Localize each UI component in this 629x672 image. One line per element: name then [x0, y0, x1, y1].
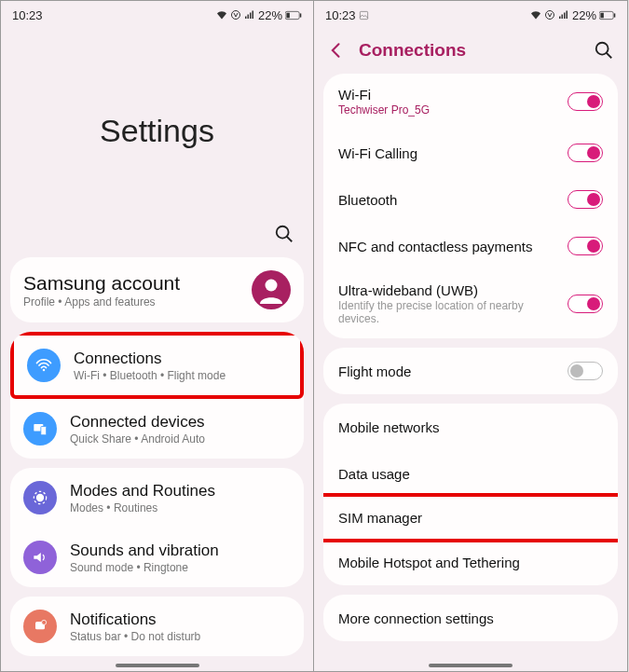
row-title: Connections	[74, 350, 287, 368]
account-text: Samsung account Profile • Apps and featu…	[23, 272, 239, 309]
battery-percent: 22%	[258, 8, 282, 22]
connections-row[interactable]: Connections Wi-Fi • Bluetooth • Flight m…	[10, 332, 304, 399]
uwb-toggle[interactable]	[567, 295, 603, 313]
row-text: More connection settings	[338, 610, 603, 626]
row-title: Notifications	[70, 610, 291, 629]
row-title: Bluetooth	[338, 192, 567, 208]
search-icon[interactable]	[274, 224, 294, 244]
phone-connections: 10:23 22% Connections Wi-Fi Techwiser Pr…	[314, 0, 628, 672]
avatar-icon	[252, 270, 291, 309]
nfc-row[interactable]: NFC and contactless payments	[323, 223, 618, 269]
signal-icon	[558, 9, 569, 21]
row-text: Notifications Status bar • Do not distur…	[70, 610, 291, 643]
bluetooth-toggle[interactable]	[567, 190, 603, 209]
modes-routines-row[interactable]: Modes and Routines Modes • Routines	[10, 468, 304, 528]
status-icons-right: 22%	[216, 8, 302, 22]
mobile-hotspot-row[interactable]: Mobile Hotspot and Tethering	[323, 539, 618, 585]
mobile-networks-row[interactable]: Mobile networks	[323, 404, 618, 450]
row-title: NFC and contactless payments	[338, 239, 567, 254]
nav-pill[interactable]	[116, 664, 199, 667]
row-title: Ultra-wideband (UWB)	[338, 282, 567, 298]
battery-icon	[599, 10, 616, 21]
wifi-calling-toggle[interactable]	[567, 144, 603, 162]
row-title: More connection settings	[338, 610, 603, 626]
svg-point-11	[36, 494, 44, 501]
wifi-toggle[interactable]	[567, 92, 603, 111]
status-left: 10:23	[325, 8, 369, 22]
row-title: Mobile networks	[338, 419, 603, 435]
status-bar: 10:23 22%	[1, 1, 313, 29]
row-text: Connections Wi-Fi • Bluetooth • Flight m…	[74, 350, 287, 382]
more-connection-settings-row[interactable]: More connection settings	[323, 595, 618, 641]
volte-icon	[230, 9, 241, 21]
status-icons-right: 22%	[530, 8, 616, 22]
svg-point-4	[277, 226, 289, 239]
connected-devices-row[interactable]: Connected devices Quick Share • Android …	[10, 399, 304, 459]
data-usage-row[interactable]: Data usage	[323, 450, 618, 497]
status-bar: 10:23 22%	[314, 1, 627, 29]
status-time: 10:23	[325, 8, 356, 22]
row-sub: Techwiser Pro_5G	[338, 103, 567, 117]
row-text: Sounds and vibration Sound mode • Ringto…	[70, 542, 291, 574]
row-title: SIM manager	[338, 510, 603, 526]
connections-header: Connections	[314, 29, 627, 68]
sim-manager-row[interactable]: SIM manager	[323, 493, 618, 542]
uwb-row[interactable]: Ultra-wideband (UWB) Identify the precis…	[323, 269, 618, 338]
modes-group: Modes and Routines Modes • Routines Soun…	[10, 468, 304, 587]
conn-group-2: Flight mode	[323, 348, 618, 394]
wifi-row[interactable]: Wi-Fi Techwiser Pro_5G	[323, 74, 618, 130]
back-icon[interactable]	[327, 41, 346, 60]
account-title: Samsung account	[23, 272, 239, 295]
row-title: Sounds and vibration	[70, 542, 291, 560]
row-text: Mobile Hotspot and Tethering	[338, 555, 603, 570]
modes-icon	[23, 481, 57, 514]
account-card[interactable]: Samsung account Profile • Apps and featu…	[10, 257, 304, 322]
row-title: Flight mode	[338, 363, 567, 379]
svg-rect-2	[286, 12, 289, 18]
samsung-account-row[interactable]: Samsung account Profile • Apps and featu…	[10, 257, 304, 322]
notifications-row[interactable]: Notifications Status bar • Do not distur…	[10, 597, 304, 656]
row-text: Mobile networks	[338, 419, 603, 435]
settings-hero: Settings	[1, 29, 313, 224]
image-icon	[359, 10, 369, 21]
wifi-status-icon	[216, 9, 227, 21]
conn-group-3: Mobile networks Data usage SIM manager M…	[323, 404, 618, 585]
sounds-vibration-row[interactable]: Sounds and vibration Sound mode • Ringto…	[10, 528, 304, 587]
page-title: Settings	[1, 113, 313, 149]
flight-mode-toggle[interactable]	[567, 362, 603, 380]
row-text: Ultra-wideband (UWB) Identify the precis…	[338, 282, 567, 325]
svg-point-7	[266, 280, 278, 292]
row-text: Data usage	[338, 466, 603, 482]
wifi-calling-row[interactable]: Wi-Fi Calling	[323, 130, 618, 176]
bluetooth-row[interactable]: Bluetooth	[323, 176, 618, 223]
row-title: Mobile Hotspot and Tethering	[338, 555, 603, 570]
svg-line-5	[287, 237, 293, 242]
devices-icon	[23, 412, 57, 446]
row-sub: Wi-Fi • Bluetooth • Flight mode	[74, 369, 287, 382]
battery-percent: 22%	[572, 8, 596, 22]
phone-settings: 10:23 22% Settings Samsung account Profi…	[0, 0, 314, 672]
conn-group-1: Wi-Fi Techwiser Pro_5G Wi-Fi Calling Blu…	[323, 74, 618, 338]
battery-icon	[285, 10, 302, 21]
row-title: Wi-Fi	[338, 87, 567, 103]
flight-mode-row[interactable]: Flight mode	[323, 348, 618, 394]
row-text: Connected devices Quick Share • Android …	[70, 413, 291, 446]
row-text: SIM manager	[338, 510, 603, 526]
svg-rect-19	[614, 13, 615, 17]
row-sub: Sound mode • Ringtone	[70, 561, 291, 574]
row-title: Modes and Routines	[70, 482, 291, 501]
row-text: NFC and contactless payments	[338, 239, 567, 254]
svg-point-0	[231, 11, 239, 20]
wifi-status-icon	[530, 9, 541, 21]
search-area	[1, 224, 313, 257]
svg-line-21	[607, 53, 612, 59]
row-title: Wi-Fi Calling	[338, 145, 567, 161]
row-sub: Modes • Routines	[70, 501, 291, 514]
search-icon[interactable]	[594, 40, 614, 61]
nav-pill[interactable]	[429, 664, 513, 667]
nfc-toggle[interactable]	[567, 237, 603, 255]
svg-rect-3	[300, 13, 301, 17]
sound-icon	[23, 541, 57, 574]
row-sub: Quick Share • Android Auto	[70, 432, 291, 446]
svg-point-8	[43, 369, 46, 372]
